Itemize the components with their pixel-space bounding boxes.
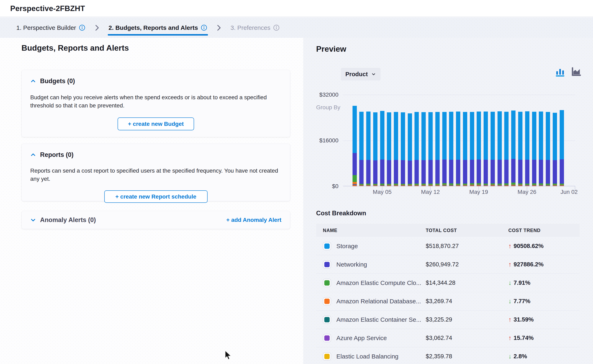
budgets-title: Budgets (0) bbox=[40, 78, 75, 85]
bar-segment bbox=[553, 160, 557, 184]
row-name: Amazon Elastic Container Se... bbox=[336, 316, 421, 323]
area-chart-toggle-icon[interactable] bbox=[571, 67, 581, 77]
table-row[interactable]: Elastic Load Balancing $2,359.78 ↓ 2.8% bbox=[316, 347, 580, 364]
row-trend-value: 7.91% bbox=[514, 280, 530, 286]
table-row[interactable]: Azure App Service $3,062.74 ↑ 15.74% bbox=[316, 329, 580, 347]
group-by-value: Product bbox=[345, 71, 368, 78]
bar-segment bbox=[511, 186, 515, 186]
row-color-swatch[interactable] bbox=[323, 260, 331, 269]
table-row[interactable]: Amazon Elastic Container Se... $3,225.29… bbox=[316, 311, 580, 329]
chart-bar[interactable] bbox=[491, 112, 495, 186]
bar-segment bbox=[387, 160, 391, 184]
bar-segment bbox=[353, 185, 357, 186]
bar-segment bbox=[435, 160, 440, 184]
info-icon[interactable] bbox=[79, 25, 85, 31]
bar-segment bbox=[428, 186, 433, 186]
row-color-swatch[interactable] bbox=[323, 279, 331, 287]
bar-segment bbox=[408, 186, 412, 186]
chart-bar[interactable] bbox=[401, 112, 405, 186]
chevron-up-icon[interactable] bbox=[30, 152, 36, 158]
bar-segment bbox=[359, 112, 364, 160]
bar-segment bbox=[525, 160, 529, 184]
chart-bar[interactable] bbox=[484, 111, 488, 186]
bar-segment bbox=[353, 153, 357, 175]
chart-bar[interactable] bbox=[498, 111, 502, 186]
bar-segment bbox=[401, 112, 405, 160]
bar-segment bbox=[511, 159, 515, 183]
row-color-swatch[interactable] bbox=[323, 334, 331, 342]
bar-segment bbox=[518, 112, 522, 160]
chart-bar[interactable] bbox=[366, 111, 371, 186]
bar-segment bbox=[463, 160, 467, 184]
bar-segment bbox=[532, 186, 536, 186]
chevron-up-icon[interactable] bbox=[30, 78, 36, 84]
chevron-down-icon[interactable] bbox=[30, 217, 36, 223]
table-row[interactable]: Amazon Relational Database... $3,269.74 … bbox=[316, 292, 580, 311]
row-total-cost: $3,062.74 bbox=[426, 335, 508, 341]
bar-segment bbox=[449, 112, 453, 160]
group-by-dropdown[interactable]: Product bbox=[341, 68, 380, 80]
bar-chart-toggle-icon[interactable] bbox=[555, 67, 565, 77]
bar-segment bbox=[449, 186, 453, 186]
bar-segment bbox=[366, 160, 371, 184]
chart-bar[interactable] bbox=[518, 112, 522, 186]
create-budget-button[interactable]: + create new Budget bbox=[118, 117, 194, 130]
chart-bar[interactable] bbox=[394, 112, 398, 186]
chart-bar[interactable] bbox=[532, 112, 536, 186]
chart-bar[interactable] bbox=[470, 112, 474, 186]
chart-bar[interactable] bbox=[414, 112, 419, 186]
bar-segment bbox=[491, 186, 495, 186]
table-row[interactable]: Networking $260,949.72 ↑ 927886.2% bbox=[316, 255, 580, 274]
chart-bar[interactable] bbox=[373, 112, 378, 186]
x-axis-label: May 26 bbox=[506, 189, 547, 195]
row-color-swatch[interactable] bbox=[323, 316, 331, 324]
chart-bar[interactable] bbox=[546, 112, 550, 186]
chart-bar[interactable] bbox=[456, 111, 460, 186]
row-total-cost: $518,870.27 bbox=[426, 243, 508, 249]
chart-bar[interactable] bbox=[435, 112, 440, 186]
row-trend-value: 7.77% bbox=[514, 298, 530, 305]
chart-bar[interactable] bbox=[359, 112, 364, 186]
chart-bar[interactable] bbox=[539, 111, 543, 186]
reports-title: Reports (0) bbox=[40, 151, 74, 158]
tab-preferences[interactable]: 3. Preferences bbox=[230, 18, 280, 38]
tab-perspective-builder[interactable]: 1. Perspective Builder bbox=[16, 18, 85, 38]
table-row[interactable]: Amazon Elastic Compute Clo... $14,344.28… bbox=[316, 274, 580, 292]
chart-bar[interactable] bbox=[442, 112, 446, 186]
chart-bar[interactable] bbox=[504, 112, 509, 186]
reports-description: Reports can send a cost report to specif… bbox=[30, 167, 281, 183]
chart-bar[interactable] bbox=[353, 106, 357, 186]
chart-bar[interactable] bbox=[387, 112, 391, 186]
row-total-cost: $2,359.78 bbox=[426, 353, 508, 360]
bar-segment bbox=[546, 112, 550, 160]
chart-bar[interactable] bbox=[477, 111, 481, 186]
chart-bar[interactable] bbox=[449, 112, 453, 186]
chart-bar[interactable] bbox=[525, 111, 529, 186]
add-anomaly-alert-link[interactable]: + add Anomaly Alert bbox=[226, 217, 281, 223]
bar-segment bbox=[387, 112, 391, 160]
row-name: Storage bbox=[336, 243, 358, 250]
bar-segment bbox=[532, 160, 536, 183]
create-report-schedule-button[interactable]: + create new Report schedule bbox=[104, 190, 207, 203]
chart-bar[interactable] bbox=[408, 113, 412, 186]
chevron-right-icon bbox=[216, 24, 221, 31]
chart-bar[interactable] bbox=[463, 112, 467, 186]
tab-budgets-reports-alerts[interactable]: 2. Budgets, Reports and Alerts bbox=[109, 18, 207, 38]
chart-bar[interactable] bbox=[553, 113, 557, 186]
bar-segment bbox=[442, 183, 446, 185]
row-name: Elastic Load Balancing bbox=[336, 353, 399, 360]
row-color-swatch[interactable] bbox=[323, 352, 331, 361]
table-row[interactable]: Storage $518,870.27 ↑ 90508.62% bbox=[316, 237, 580, 255]
info-icon[interactable] bbox=[201, 25, 207, 31]
chart-bar[interactable] bbox=[421, 112, 426, 186]
bar-segment bbox=[394, 160, 398, 184]
row-color-swatch[interactable] bbox=[323, 242, 331, 250]
row-color-swatch[interactable] bbox=[323, 297, 331, 305]
chart-bar[interactable] bbox=[428, 112, 433, 186]
chart-bar[interactable] bbox=[560, 110, 564, 186]
chart-bar[interactable] bbox=[511, 110, 515, 186]
row-name: Azure App Service bbox=[336, 335, 387, 342]
chart-bar[interactable] bbox=[380, 111, 384, 186]
bar-segment bbox=[470, 112, 474, 160]
info-icon[interactable] bbox=[273, 25, 280, 31]
